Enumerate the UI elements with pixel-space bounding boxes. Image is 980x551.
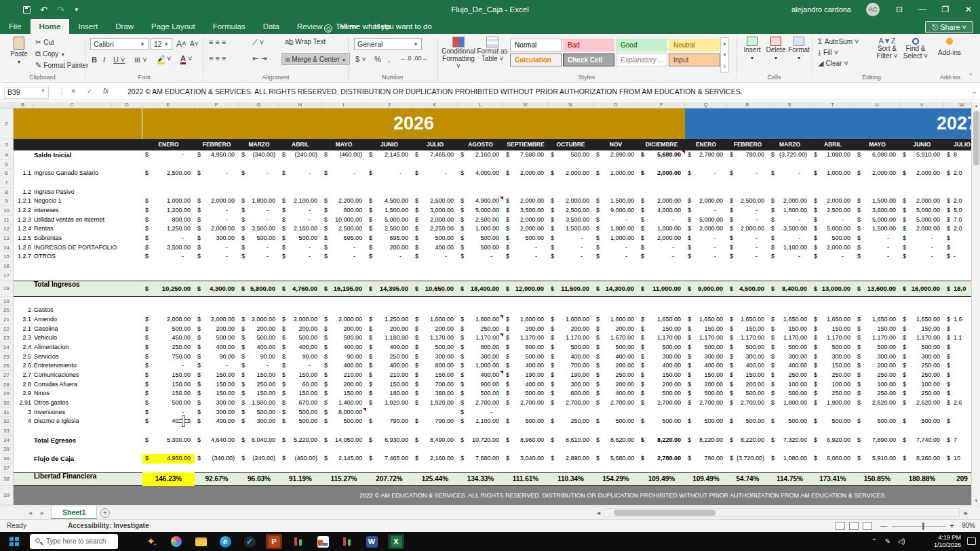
cell[interactable]: $2,000.00 [638, 234, 685, 243]
todo-icon[interactable]: ✓ [241, 534, 258, 549]
cell[interactable]: $1,080.00 [768, 454, 811, 464]
cell[interactable]: $1,170.00 [458, 333, 503, 343]
cell[interactable]: $500.00 [458, 234, 503, 243]
cell[interactable]: $750.00 [142, 352, 195, 362]
row-header-7[interactable]: 7 [0, 178, 14, 188]
cell[interactable]: $150.00 [195, 380, 239, 390]
zoom-slider-thumb[interactable] [922, 523, 924, 530]
cell[interactable]: $200.00 [412, 325, 458, 334]
cell[interactable]: $2,000.00 [768, 197, 811, 206]
sheet-nav-prev-icon[interactable]: ◄ [27, 506, 33, 520]
name-box[interactable]: B39▼ [4, 87, 49, 99]
cell[interactable]: $800.00 [458, 343, 503, 352]
row-header-33[interactable]: 33 [0, 426, 14, 436]
cell[interactable]: $90.00 [195, 352, 239, 362]
cell[interactable]: $300.00 [412, 352, 458, 362]
cell[interactable]: $500.00 [142, 399, 195, 408]
merge-center-button[interactable]: ⧈ Merge & Center ▼ [281, 53, 350, 65]
cell[interactable]: $1,170.00 [548, 333, 593, 343]
cell[interactable]: $2,700.00 [638, 399, 685, 408]
cell[interactable]: $500.00 [412, 343, 458, 352]
cell[interactable]: $2,000.00 [548, 197, 593, 206]
cell[interactable]: $- [685, 234, 727, 243]
cell[interactable]: $500.00 [638, 417, 685, 426]
format-painter-button[interactable]: ✎ Format Painter [35, 61, 88, 70]
cell[interactable]: $2,500.00 [548, 206, 593, 216]
cell[interactable]: $5,680.00 [593, 454, 638, 464]
row-header-3[interactable]: 3 [0, 139, 14, 150]
cell[interactable]: $8,220.00 [727, 436, 768, 445]
styles-scroll[interactable]: ▲▼≡ [720, 37, 729, 73]
trading-app-2-icon[interactable] [339, 534, 355, 549]
cell[interactable]: $400.00 [195, 343, 239, 352]
cell[interactable]: $90.00 [279, 352, 321, 362]
cell[interactable]: $5,000.00 [900, 216, 944, 225]
cell[interactable]: $- [279, 169, 321, 178]
cell[interactable]: $2,000.00 [900, 224, 944, 234]
cell[interactable]: $500.00 [900, 417, 944, 426]
cell[interactable]: $6,080.00 [855, 150, 900, 160]
cell[interactable]: $500.00 [279, 408, 321, 417]
cell[interactable]: $- [195, 206, 239, 216]
cell[interactable]: 146.23% [142, 472, 195, 486]
share-button[interactable]: ⎋ Share ˅ [925, 21, 973, 33]
cell[interactable]: $400.00 [321, 361, 366, 371]
percent-style-icon[interactable]: % [374, 55, 381, 63]
column-header-C[interactable]: C [33, 102, 112, 108]
cell[interactable]: $500.00 [279, 234, 321, 243]
cell[interactable]: $7,465.00 [412, 150, 458, 160]
cell[interactable]: $- [412, 169, 458, 178]
cell[interactable]: $400.00 [366, 361, 412, 371]
cell[interactable]: $- [195, 243, 239, 253]
cell[interactable]: $2,500.00 [321, 224, 366, 234]
cell[interactable]: $1,920.00 [366, 399, 412, 408]
cell[interactable]: $- [239, 206, 279, 216]
paste-button[interactable]: Paste▼ [5, 37, 33, 65]
accessibility-status[interactable]: Accessibility: Investigate [68, 522, 149, 529]
cell[interactable]: 109.49% [638, 472, 685, 486]
cell[interactable]: $2,700.00 [727, 399, 768, 408]
cell[interactable]: 180.88% [900, 472, 944, 486]
cell[interactable]: $200.00 [366, 243, 412, 253]
cell[interactable]: $1,170.00 [638, 333, 685, 343]
cell[interactable]: $- [279, 252, 321, 262]
conditional-formatting-button[interactable]: Conditional Formatting ˅ [441, 37, 476, 70]
cell[interactable]: $5,000.00 [900, 206, 944, 216]
tab-formulas[interactable]: Formulas [204, 19, 254, 34]
cell[interactable]: $400.00 [593, 352, 638, 362]
vertical-scroll-thumb[interactable] [973, 111, 979, 165]
cell[interactable]: $1,080.00 [811, 150, 855, 160]
cell[interactable]: $5,800.00 [239, 281, 279, 297]
cell[interactable]: $- [366, 252, 412, 262]
column-header-Q[interactable]: Q [685, 102, 727, 108]
cell[interactable]: $(460.00) [321, 150, 366, 160]
cell[interactable]: $- [768, 252, 811, 262]
cell[interactable]: $1,800.00 [768, 206, 811, 216]
cell[interactable]: $150.00 [321, 389, 366, 399]
cell[interactable]: $3,040.00 [503, 454, 548, 464]
cell[interactable]: $400.00 [727, 361, 768, 371]
cell[interactable]: $300.00 [548, 380, 593, 390]
cell[interactable]: $2,000.00 [503, 197, 548, 206]
cell[interactable]: $- [321, 243, 366, 253]
cell[interactable]: $500.00 [548, 343, 593, 352]
cell[interactable]: $- [811, 252, 855, 262]
cell[interactable]: $5,000.00 [458, 206, 503, 216]
cell[interactable]: $695.00 [321, 234, 366, 243]
decimal-icons[interactable]: ←.0 .00→ [400, 55, 428, 62]
cell[interactable]: $200.00 [366, 325, 412, 334]
cell[interactable]: $1,100.00 [458, 417, 503, 426]
cell[interactable]: $- [638, 243, 685, 253]
cell[interactable]: $150.00 [727, 325, 768, 334]
align-horizontal-icons[interactable]: ≡≡≡ [209, 54, 228, 62]
cell[interactable]: $- [142, 408, 195, 417]
cell[interactable]: $- [279, 243, 321, 253]
cell[interactable]: $5,910.00 [855, 454, 900, 464]
cell[interactable]: $90.00 [321, 352, 366, 362]
cell[interactable]: $1,600.00 [548, 315, 593, 325]
orientation-icon[interactable]: ⟋ ˅ [252, 38, 264, 47]
cut-button[interactable]: ✂ Cut [35, 38, 54, 47]
cell[interactable]: $2,000.00 [503, 169, 548, 178]
ribbon-display-options-icon[interactable]: ⊡ [888, 0, 911, 19]
cell[interactable]: $8,220.00 [638, 436, 685, 445]
